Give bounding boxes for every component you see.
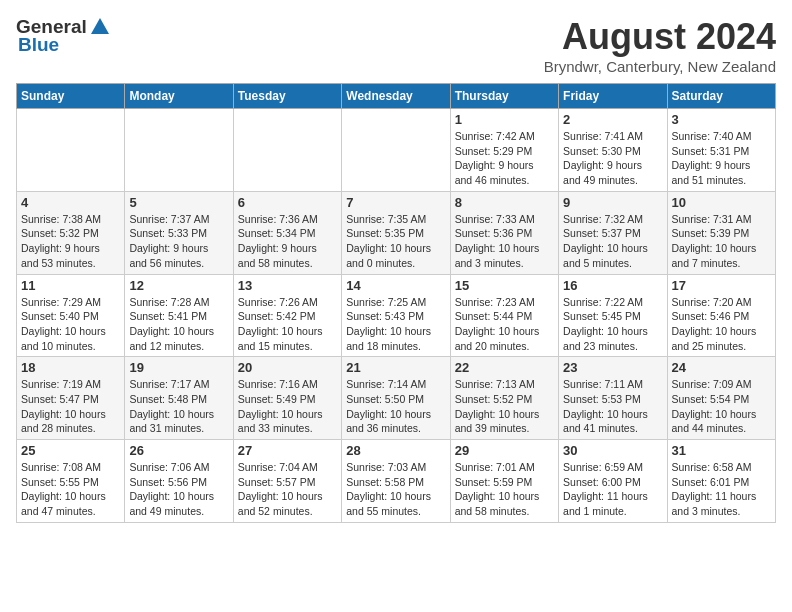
day-info: Daylight: 9 hours [672,158,771,173]
day-info: and 31 minutes. [129,421,228,436]
day-info: and 49 minutes. [129,504,228,519]
day-info: and 46 minutes. [455,173,554,188]
day-info: Sunrise: 7:41 AM [563,129,662,144]
day-info: Daylight: 10 hours [21,407,120,422]
day-info: and 7 minutes. [672,256,771,271]
day-info: and 15 minutes. [238,339,337,354]
day-number: 12 [129,278,228,293]
day-number: 21 [346,360,445,375]
day-info: Sunset: 5:36 PM [455,226,554,241]
day-info: Sunrise: 7:06 AM [129,460,228,475]
day-info: Sunrise: 7:36 AM [238,212,337,227]
table-row: 23Sunrise: 7:11 AMSunset: 5:53 PMDayligh… [559,357,667,440]
day-info: Sunset: 5:40 PM [21,309,120,324]
day-info: Sunset: 5:34 PM [238,226,337,241]
day-info: and 58 minutes. [238,256,337,271]
day-info: Sunset: 5:48 PM [129,392,228,407]
table-row [342,109,450,192]
day-info: Sunset: 5:50 PM [346,392,445,407]
col-monday: Monday [125,84,233,109]
table-row: 29Sunrise: 7:01 AMSunset: 5:59 PMDayligh… [450,440,558,523]
day-number: 15 [455,278,554,293]
day-number: 6 [238,195,337,210]
day-info: Sunset: 5:58 PM [346,475,445,490]
day-number: 24 [672,360,771,375]
day-number: 3 [672,112,771,127]
day-number: 26 [129,443,228,458]
table-row: 2Sunrise: 7:41 AMSunset: 5:30 PMDaylight… [559,109,667,192]
day-info: Sunset: 5:49 PM [238,392,337,407]
day-info: and 12 minutes. [129,339,228,354]
day-info: Daylight: 10 hours [455,489,554,504]
table-row: 6Sunrise: 7:36 AMSunset: 5:34 PMDaylight… [233,191,341,274]
day-info: Daylight: 10 hours [563,407,662,422]
day-number: 30 [563,443,662,458]
week-row-3: 11Sunrise: 7:29 AMSunset: 5:40 PMDayligh… [17,274,776,357]
day-info: Daylight: 10 hours [129,324,228,339]
day-info: and 10 minutes. [21,339,120,354]
day-number: 9 [563,195,662,210]
day-info: Sunset: 5:59 PM [455,475,554,490]
day-info: and 33 minutes. [238,421,337,436]
day-info: Sunset: 5:37 PM [563,226,662,241]
day-info: and 55 minutes. [346,504,445,519]
day-info: Daylight: 10 hours [672,241,771,256]
day-info: Daylight: 10 hours [563,324,662,339]
week-row-1: 1Sunrise: 7:42 AMSunset: 5:29 PMDaylight… [17,109,776,192]
day-info: and 41 minutes. [563,421,662,436]
table-row: 17Sunrise: 7:20 AMSunset: 5:46 PMDayligh… [667,274,775,357]
day-info: Sunrise: 7:01 AM [455,460,554,475]
day-info: Sunrise: 7:08 AM [21,460,120,475]
day-info: and 28 minutes. [21,421,120,436]
col-thursday: Thursday [450,84,558,109]
day-number: 25 [21,443,120,458]
day-info: Sunrise: 7:33 AM [455,212,554,227]
day-info: Daylight: 10 hours [21,324,120,339]
day-info: Sunrise: 6:59 AM [563,460,662,475]
day-info: Sunrise: 7:04 AM [238,460,337,475]
day-number: 4 [21,195,120,210]
day-number: 13 [238,278,337,293]
day-info: and 0 minutes. [346,256,445,271]
day-info: and 3 minutes. [672,504,771,519]
day-number: 11 [21,278,120,293]
day-info: and 44 minutes. [672,421,771,436]
table-row [17,109,125,192]
day-info: Daylight: 9 hours [455,158,554,173]
day-info: Daylight: 9 hours [21,241,120,256]
day-info: Daylight: 10 hours [346,407,445,422]
day-info: Daylight: 10 hours [346,241,445,256]
day-info: Daylight: 11 hours [672,489,771,504]
table-row: 31Sunrise: 6:58 AMSunset: 6:01 PMDayligh… [667,440,775,523]
day-info: Sunrise: 7:14 AM [346,377,445,392]
day-number: 2 [563,112,662,127]
table-row: 10Sunrise: 7:31 AMSunset: 5:39 PMDayligh… [667,191,775,274]
table-row: 26Sunrise: 7:06 AMSunset: 5:56 PMDayligh… [125,440,233,523]
day-info: and 39 minutes. [455,421,554,436]
day-info: Sunrise: 7:35 AM [346,212,445,227]
day-info: Sunrise: 7:23 AM [455,295,554,310]
table-row: 15Sunrise: 7:23 AMSunset: 5:44 PMDayligh… [450,274,558,357]
day-info: and 18 minutes. [346,339,445,354]
day-info: and 5 minutes. [563,256,662,271]
day-info: Sunset: 5:35 PM [346,226,445,241]
day-info: Sunset: 5:56 PM [129,475,228,490]
day-info: Sunrise: 7:17 AM [129,377,228,392]
day-info: Daylight: 10 hours [346,489,445,504]
day-info: Sunrise: 7:37 AM [129,212,228,227]
day-info: Daylight: 10 hours [129,489,228,504]
day-info: Sunset: 5:41 PM [129,309,228,324]
day-number: 14 [346,278,445,293]
day-info: Sunrise: 7:09 AM [672,377,771,392]
table-row: 3Sunrise: 7:40 AMSunset: 5:31 PMDaylight… [667,109,775,192]
day-info: and 25 minutes. [672,339,771,354]
day-info: Daylight: 10 hours [672,324,771,339]
day-info: Sunrise: 7:32 AM [563,212,662,227]
day-info: and 51 minutes. [672,173,771,188]
table-row: 4Sunrise: 7:38 AMSunset: 5:32 PMDaylight… [17,191,125,274]
table-row [125,109,233,192]
day-info: Daylight: 10 hours [238,489,337,504]
day-info: Sunset: 5:29 PM [455,144,554,159]
day-number: 23 [563,360,662,375]
svg-marker-0 [91,18,109,34]
